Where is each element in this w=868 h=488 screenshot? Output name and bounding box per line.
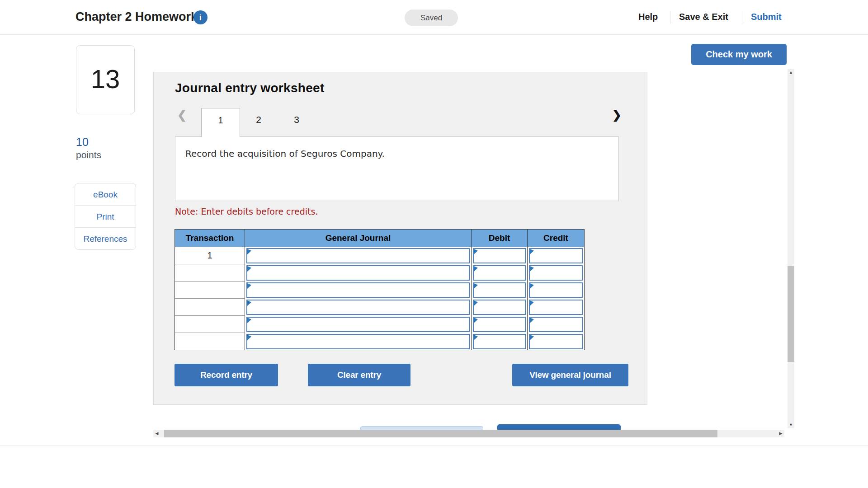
general-journal-input[interactable] [246,334,470,349]
debit-input[interactable] [473,334,526,349]
journal-worksheet-panel: Journal entry worksheet ❮ 1 2 3 ❯ Record… [153,72,647,405]
saved-status-badge: Saved [405,9,458,26]
points-label: points [76,150,101,160]
general-journal-input[interactable] [246,248,470,263]
table-row: 1 [175,247,584,264]
check-my-work-button[interactable]: Check my work [691,44,787,65]
debit-input[interactable] [473,282,526,298]
table-header-row: Transaction General Journal Debit Credit [175,230,584,247]
debit-input[interactable] [473,248,526,263]
credit-input[interactable] [529,265,583,281]
journal-entry-table: Transaction General Journal Debit Credit… [175,229,585,350]
scroll-right-arrow-icon[interactable]: ▶ [777,430,784,437]
transaction-prompt: Record the acquisition of Seguros Compan… [175,136,619,201]
credit-input[interactable] [529,334,583,349]
debits-credits-note: Note: Enter debits before credits. [175,206,318,216]
top-bar: Chapter 2 Homework i Saved Help Save & E… [0,0,868,35]
points-value: 10 [76,136,89,149]
table-row [175,299,584,316]
scroll-down-arrow-icon[interactable]: ▼ [788,421,794,428]
help-link[interactable]: Help [638,12,658,22]
scroll-up-arrow-icon[interactable]: ▲ [788,69,794,76]
table-row [175,282,584,299]
resource-links-box: eBook Print References [75,183,136,250]
table-row [175,316,584,333]
print-link[interactable]: Print [75,206,136,228]
credit-input[interactable] [529,300,583,315]
topbar-divider [670,11,670,24]
general-journal-header: General Journal [245,230,472,247]
clear-entry-button[interactable]: Clear entry [308,364,410,386]
bottom-bar: Mc Graw Hill ❮ Prev 13 of 14 Next ❯ [0,446,868,488]
topbar-divider [742,11,742,24]
debit-header: Debit [472,230,528,247]
credit-input[interactable] [529,282,583,298]
vertical-scrollbar[interactable]: ▲ ▼ [788,69,794,428]
question-number-box: 13 [76,45,135,114]
info-icon[interactable]: i [193,10,208,24]
assignment-title: Chapter 2 Homework [75,10,198,24]
general-journal-input[interactable] [246,282,470,298]
debit-input[interactable] [473,317,526,332]
general-journal-input[interactable] [246,265,470,281]
table-row [175,333,584,350]
ebook-link[interactable]: eBook [75,183,136,206]
scroll-left-arrow-icon[interactable]: ◀ [153,430,160,437]
transaction-cell [175,264,245,282]
transaction-cell: 1 [175,247,245,264]
references-link[interactable]: References [75,228,136,250]
horizontal-scrollbar[interactable]: ◀ ▶ [153,430,784,437]
credit-input[interactable] [529,248,583,263]
transaction-cell [175,282,245,299]
transaction-cell [175,333,245,350]
transaction-cell [175,299,245,316]
credit-header: Credit [528,230,584,247]
horizontal-scrollbar-thumb[interactable] [164,430,717,437]
tab-1-active[interactable]: 1 [201,108,240,137]
debit-input[interactable] [473,265,526,281]
save-exit-link[interactable]: Save & Exit [679,12,728,22]
transaction-cell [175,316,245,333]
worksheet-title: Journal entry worksheet [175,81,325,95]
chevron-right-icon[interactable]: ❯ [612,108,622,122]
general-journal-input[interactable] [246,317,470,332]
credit-input[interactable] [529,317,583,332]
submit-link[interactable]: Submit [751,12,782,22]
tab-2[interactable]: 2 [249,114,269,125]
view-general-journal-button[interactable]: View general journal [512,364,628,386]
table-row [175,264,584,282]
vertical-scrollbar-thumb[interactable] [788,266,794,362]
general-journal-input[interactable] [246,300,470,315]
debit-input[interactable] [473,300,526,315]
transaction-header: Transaction [175,230,245,247]
tab-3[interactable]: 3 [287,114,307,125]
chevron-left-icon[interactable]: ❮ [177,108,187,122]
record-entry-button[interactable]: Record entry [175,364,278,386]
